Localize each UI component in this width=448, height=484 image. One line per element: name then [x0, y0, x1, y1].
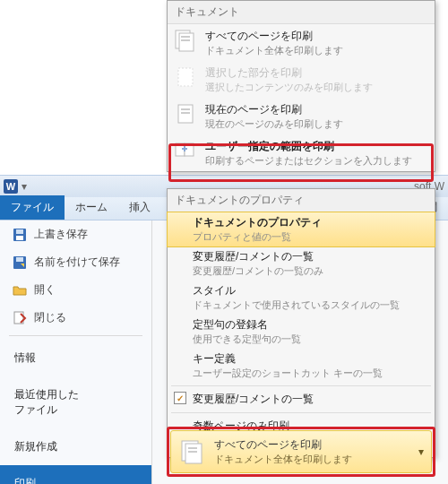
- sidebar-item-open[interactable]: 開く: [0, 276, 151, 304]
- print-what-picker[interactable]: すべてのページを印刷 ドキュメント全体を印刷します ▾: [170, 430, 432, 473]
- menu-header: ドキュメントのプロパティ: [168, 189, 435, 212]
- menu-item-key-defs[interactable]: キー定義 ユーザー設定のショートカット キーの一覧: [168, 349, 435, 383]
- menu-item-sub: ユーザー設定のショートカット キーの一覧: [193, 367, 409, 380]
- sidebar-item-save[interactable]: 上書き保存: [0, 220, 151, 248]
- picker-sub: ドキュメント全体を印刷します: [214, 453, 352, 466]
- sidebar-item-label: 印刷: [14, 476, 36, 484]
- backstage-sidebar: 上書き保存 名前を付けて保存 開く 閉じる 情報 最近使用した ファイル 新規作…: [0, 220, 152, 484]
- svg-rect-18: [188, 447, 197, 449]
- tab-home[interactable]: ホーム: [65, 195, 118, 220]
- menu-item-sub: 現在のページのみを印刷します: [205, 117, 429, 131]
- tab-insert[interactable]: 挿入: [118, 195, 161, 220]
- menu-item-title: 変更履歴/コメントの一覧: [193, 392, 409, 407]
- menu-item-title: 変更履歴/コメントの一覧: [193, 249, 409, 264]
- page-current-icon: [173, 101, 198, 126]
- picker-title: すべてのページを印刷: [214, 437, 352, 453]
- menu-item-sub: 使用できる定型句の一覧: [193, 333, 409, 346]
- svg-rect-13: [181, 112, 190, 114]
- app-icon: W: [4, 179, 18, 194]
- page-range-icon: [173, 138, 198, 163]
- menu-item-track-check[interactable]: ✓ 変更履歴/コメントの一覧: [168, 389, 435, 410]
- svg-rect-12: [181, 108, 190, 110]
- qat-down-icon[interactable]: ▾: [22, 180, 30, 193]
- svg-rect-4: [16, 257, 23, 262]
- checkbox-checked-icon[interactable]: ✓: [174, 392, 186, 404]
- svg-rect-9: [181, 39, 190, 41]
- pages-all-icon: [178, 437, 207, 466]
- menu-item-title: 現在のページを印刷: [205, 102, 429, 117]
- save-icon: [13, 228, 27, 242]
- menu-item-title: すべてのページを印刷: [205, 29, 429, 44]
- sidebar-item-label: 閉じる: [34, 310, 66, 325]
- menu-item-title: ユーザー指定の範囲を印刷: [205, 139, 429, 154]
- menu-item-title: 定型句の登録名: [193, 317, 409, 333]
- menu-header: ドキュメント: [168, 1, 435, 24]
- menu-item-print-current[interactable]: 現在のページを印刷現在のページのみを印刷します: [168, 98, 435, 134]
- sidebar-item-label: 名前を付けて保存: [34, 255, 120, 270]
- menu-item-title: キー定義: [193, 351, 409, 367]
- sidebar-item-print[interactable]: 印刷: [0, 465, 151, 484]
- menu-separator: [171, 412, 431, 413]
- sidebar-item-saveas[interactable]: 名前を付けて保存: [0, 248, 151, 276]
- menu-item-sub: 印刷するページまたはセクションを入力します: [205, 154, 429, 168]
- print-what-menu: ドキュメント すべてのページを印刷ドキュメント全体を印刷します 選択した部分を印…: [167, 0, 435, 172]
- menu-item-title: ドキュメントのプロパティ: [193, 215, 409, 230]
- menu-item-print-range[interactable]: ユーザー指定の範囲を印刷印刷するページまたはセクションを入力します: [168, 134, 435, 171]
- menu-item-autotext[interactable]: 定型句の登録名 使用できる定型句の一覧: [168, 315, 435, 349]
- menu-item-sub: プロパティと値の一覧: [193, 230, 409, 244]
- pages-selection-icon: [173, 65, 198, 90]
- sidebar-item-recent[interactable]: 最近使用した ファイル: [0, 376, 151, 428]
- menu-item-print-all[interactable]: すべてのページを印刷ドキュメント全体を印刷します: [168, 24, 435, 61]
- menu-item-title: スタイル: [193, 283, 409, 298]
- sidebar-item-label: 開く: [34, 282, 56, 298]
- sidebar-separator: [9, 335, 142, 336]
- svg-rect-8: [181, 36, 190, 38]
- menu-item-sub: 変更履歴/コメントの一覧のみ: [193, 264, 409, 278]
- close-icon: [13, 311, 27, 325]
- menu-item-sub: ドキュメントで使用されているスタイルの一覧: [193, 298, 409, 312]
- menu-item-print-selection: 選択した部分を印刷選択したコンテンツのみを印刷します: [168, 61, 435, 98]
- svg-rect-19: [188, 451, 197, 453]
- menu-item-title: 選択した部分を印刷: [205, 65, 429, 81]
- sidebar-item-close[interactable]: 閉じる: [0, 304, 151, 332]
- svg-rect-2: [16, 236, 23, 240]
- sidebar-item-new[interactable]: 新規作成: [0, 428, 151, 465]
- svg-rect-17: [185, 444, 202, 463]
- menu-item-sub: 選択したコンテンツのみを印刷します: [205, 81, 429, 94]
- pages-all-icon: [173, 28, 198, 53]
- saveas-icon: [13, 255, 27, 270]
- menu-item-sub: ドキュメント全体を印刷します: [205, 44, 429, 57]
- open-icon: [13, 283, 27, 298]
- svg-rect-1: [16, 229, 23, 234]
- menu-item-doc-properties[interactable]: ドキュメントのプロパティ プロパティと値の一覧: [167, 212, 435, 247]
- doc-properties-menu: ドキュメントのプロパティ ドキュメントのプロパティ プロパティと値の一覧 変更履…: [167, 188, 435, 458]
- menu-separator: [171, 385, 431, 386]
- menu-item-track-list[interactable]: 変更履歴/コメントの一覧 変更履歴/コメントの一覧のみ: [168, 246, 435, 281]
- menu-item-styles[interactable]: スタイル ドキュメントで使用されているスタイルの一覧: [168, 281, 435, 315]
- tab-file[interactable]: ファイル: [0, 195, 65, 220]
- sidebar-item-label: 上書き保存: [34, 227, 88, 242]
- sidebar-item-info[interactable]: 情報: [0, 340, 151, 376]
- chevron-down-icon[interactable]: ▾: [418, 445, 424, 458]
- svg-rect-10: [178, 68, 193, 86]
